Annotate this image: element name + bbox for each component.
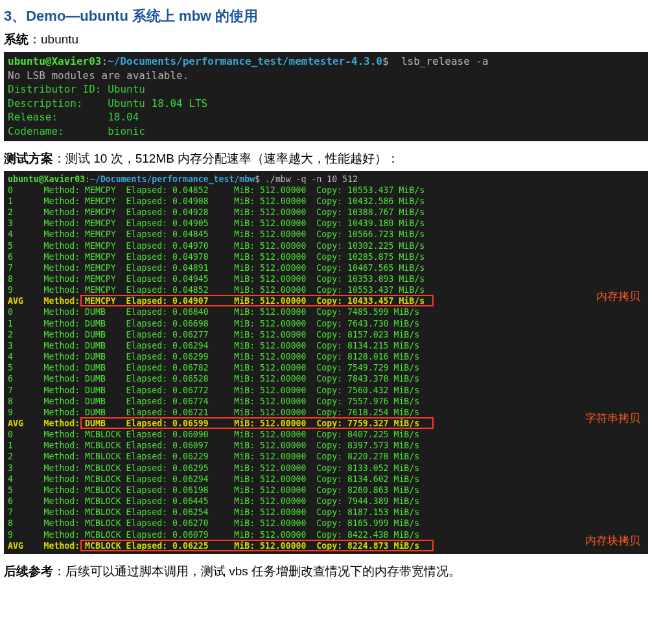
mbw-row: AVG Method: MCBLOCK Elapsed: 0.06225 MiB…	[8, 541, 419, 551]
mbw-row: 5 Method: MEMCPY Elapsed: 0.04970 MiB: 5…	[8, 241, 425, 251]
terminal-output-lsb: ubuntu@Xavier03:~/Documents/performance_…	[4, 52, 648, 141]
mbw-row: 0 Method: DUMB Elapsed: 0.06840 MiB: 512…	[8, 307, 419, 317]
plan-label: 测试方案	[4, 152, 53, 165]
mbw-row: 3 Method: DUMB Elapsed: 0.06294 MiB: 512…	[8, 341, 419, 351]
mbw-row: AVG Method: DUMB Elapsed: 0.06599 MiB: 5…	[8, 419, 419, 428]
mbw-row: 4 Method: MCBLOCK Elapsed: 0.06294 MiB: …	[8, 474, 419, 484]
mbw-row: 7 Method: DUMB Elapsed: 0.06772 MiB: 512…	[8, 385, 419, 395]
mbw-row: 6 Method: MCBLOCK Elapsed: 0.06445 MiB: …	[8, 496, 419, 506]
annotation-dumb: 字符串拷贝	[585, 411, 640, 426]
plan-value: ：测试 10 次，512MB 内存分配速率（速率越大，性能越好）：	[53, 152, 399, 165]
mbw-row: 2 Method: MCBLOCK Elapsed: 0.06229 MiB: …	[8, 452, 419, 461]
mbw-row: 4 Method: MEMCPY Elapsed: 0.04845 MiB: 5…	[8, 229, 425, 239]
mbw-row: 8 Method: MCBLOCK Elapsed: 0.06270 MiB: …	[8, 518, 419, 528]
mbw-row: 6 Method: MEMCPY Elapsed: 0.04978 MiB: 5…	[8, 252, 425, 262]
mbw-row: 1 Method: DUMB Elapsed: 0.06698 MiB: 512…	[8, 319, 419, 328]
mbw-row: 9 Method: MCBLOCK Elapsed: 0.06079 MiB: …	[8, 530, 419, 540]
plan-line: 测试方案：测试 10 次，512MB 内存分配速率（速率越大，性能越好）：	[4, 150, 648, 167]
mbw-row: 7 Method: MCBLOCK Elapsed: 0.06254 MiB: …	[8, 507, 419, 517]
mbw-row: 1 Method: MCBLOCK Elapsed: 0.06097 MiB: …	[8, 441, 419, 450]
followup-value: ：后续可以通过脚本调用，测试 vbs 任务增删改查情况下的内存带宽情况。	[53, 564, 461, 578]
mbw-row: 3 Method: MEMCPY Elapsed: 0.04905 MiB: 5…	[8, 218, 425, 228]
mbw-row: 3 Method: MCBLOCK Elapsed: 0.06295 MiB: …	[8, 463, 419, 473]
mbw-row: 8 Method: DUMB Elapsed: 0.06774 MiB: 512…	[8, 397, 419, 406]
mbw-row: 2 Method: DUMB Elapsed: 0.06277 MiB: 512…	[8, 330, 419, 339]
mbw-row: 5 Method: MCBLOCK Elapsed: 0.06198 MiB: …	[8, 485, 419, 495]
mbw-row: 0 Method: MEMCPY Elapsed: 0.04852 MiB: 5…	[8, 185, 425, 195]
followup-label: 后续参考	[4, 564, 53, 578]
system-line: 系统：ubuntu	[4, 31, 648, 48]
mbw-row: 2 Method: MEMCPY Elapsed: 0.04928 MiB: 5…	[8, 207, 425, 217]
mbw-row: 6 Method: DUMB Elapsed: 0.06528 MiB: 512…	[8, 374, 419, 384]
annotation-memcpy: 内存拷贝	[596, 290, 640, 304]
mbw-row: 0 Method: MCBLOCK Elapsed: 0.06090 MiB: …	[8, 430, 419, 439]
mbw-row: 5 Method: DUMB Elapsed: 0.06782 MiB: 512…	[8, 363, 419, 373]
section-heading: 3、Demo—ubuntu 系统上 mbw 的使用	[4, 6, 648, 26]
mbw-row: AVG Method: MEMCPY Elapsed: 0.04907 MiB:…	[8, 296, 425, 306]
terminal-output-mbw: ubuntu@Xavier03:~/Documents/performance_…	[4, 171, 648, 554]
mbw-row: 1 Method: MEMCPY Elapsed: 0.04908 MiB: 5…	[8, 196, 425, 206]
mbw-row: 4 Method: DUMB Elapsed: 0.06299 MiB: 512…	[8, 352, 419, 362]
mbw-row: 8 Method: MEMCPY Elapsed: 0.04945 MiB: 5…	[8, 274, 425, 284]
annotation-mcblock: 内存块拷贝	[585, 534, 640, 548]
mbw-row: 9 Method: DUMB Elapsed: 0.06721 MiB: 512…	[8, 408, 419, 417]
system-value: ：ubuntu	[29, 32, 78, 46]
followup-line: 后续参考：后续可以通过脚本调用，测试 vbs 任务增删改查情况下的内存带宽情况。	[4, 563, 648, 580]
system-label: 系统	[4, 32, 29, 46]
mbw-row: 9 Method: MEMCPY Elapsed: 0.04852 MiB: 5…	[8, 285, 425, 295]
mbw-row: 7 Method: MEMCPY Elapsed: 0.04891 MiB: 5…	[8, 263, 425, 273]
